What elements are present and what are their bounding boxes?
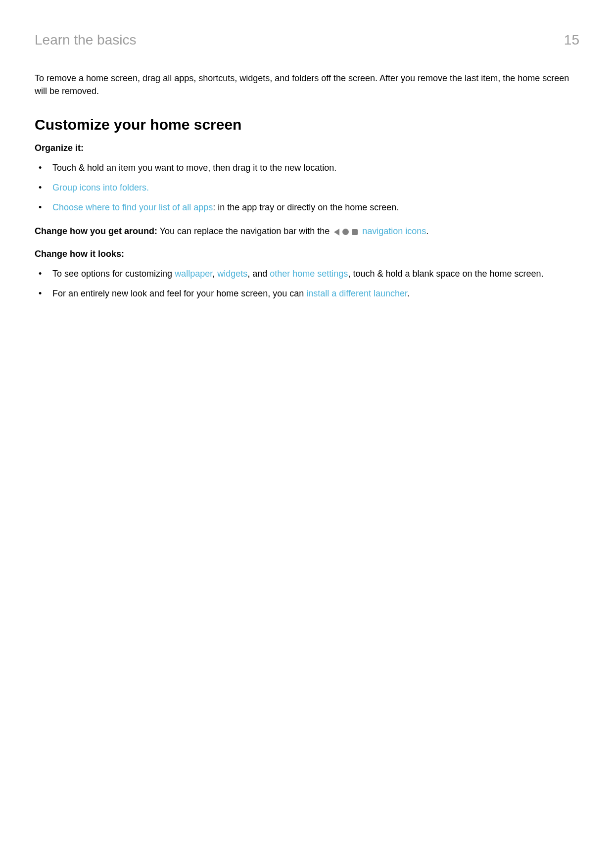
list-item: Touch & hold an item you want to move, t… bbox=[35, 161, 579, 174]
list-item-text: For an entirely new look and feel for yo… bbox=[52, 289, 306, 298]
section-heading: Customize your home screen bbox=[35, 116, 579, 133]
looks-list: To see options for customizing wallpaper… bbox=[35, 267, 579, 300]
page-number: 15 bbox=[564, 32, 579, 48]
looks-heading: Change how it looks: bbox=[35, 249, 579, 259]
overview-icon bbox=[352, 229, 358, 235]
get-around-paragraph: Change how you get around: You can repla… bbox=[35, 225, 579, 238]
navigation-icons-link[interactable]: navigation icons bbox=[362, 226, 426, 236]
list-item: To see options for customizing wallpaper… bbox=[35, 267, 579, 280]
list-item-text: , touch & hold a blank space on the home… bbox=[348, 269, 543, 279]
widgets-link[interactable]: widgets bbox=[217, 269, 247, 279]
list-item-text: , and bbox=[247, 269, 270, 279]
list-item: Group icons into folders. bbox=[35, 181, 579, 194]
list-item-text: , bbox=[212, 269, 217, 279]
get-around-text: You can replace the navigation bar with … bbox=[157, 226, 332, 236]
list-item-text: : in the app tray or directly on the hom… bbox=[213, 202, 399, 212]
organize-list: Touch & hold an item you want to move, t… bbox=[35, 161, 579, 214]
get-around-label: Change how you get around: bbox=[35, 226, 157, 236]
list-item: Choose where to find your list of all ap… bbox=[35, 201, 579, 214]
home-settings-link[interactable]: other home settings bbox=[270, 269, 348, 279]
organize-heading: Organize it: bbox=[35, 143, 579, 153]
list-item: For an entirely new look and feel for yo… bbox=[35, 287, 579, 300]
period: . bbox=[426, 226, 428, 236]
launcher-link[interactable]: install a different launcher bbox=[306, 289, 407, 298]
header-title: Learn the basics bbox=[35, 32, 136, 48]
back-icon bbox=[334, 229, 339, 236]
wallpaper-link[interactable]: wallpaper bbox=[175, 269, 212, 279]
intro-paragraph: To remove a home screen, drag all apps, … bbox=[35, 72, 579, 97]
list-item-text: To see options for customizing bbox=[52, 269, 175, 279]
navigation-icons-group bbox=[334, 229, 358, 236]
page-header: Learn the basics 15 bbox=[35, 32, 579, 48]
choose-apps-link[interactable]: Choose where to find your list of all ap… bbox=[52, 202, 213, 212]
home-icon bbox=[342, 229, 349, 235]
group-icons-link[interactable]: Group icons into folders. bbox=[52, 183, 149, 193]
list-item-text: . bbox=[407, 289, 410, 298]
